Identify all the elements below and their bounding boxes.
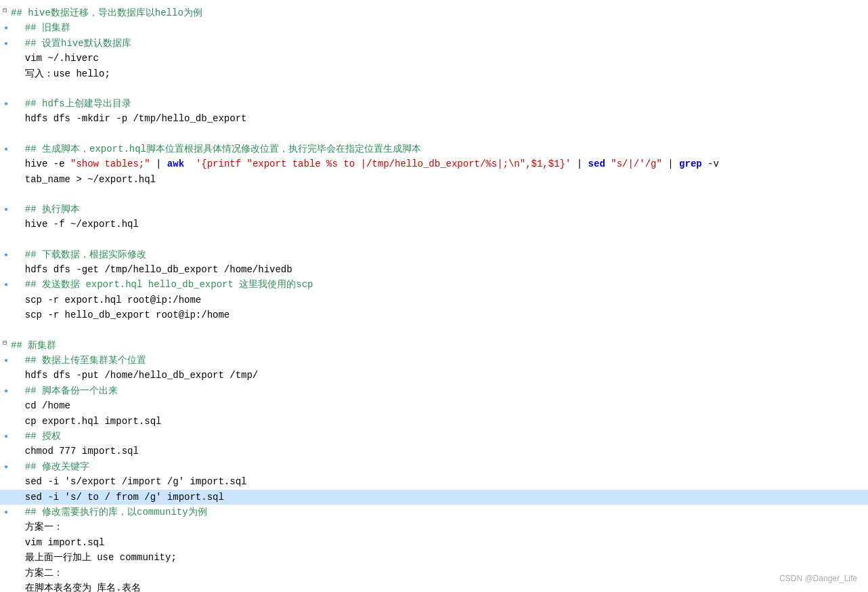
line-gutter <box>0 232 12 235</box>
line-gutter[interactable]: ⊟ <box>0 338 9 349</box>
line-18: hdfs dfs -get /tmp/hello_db_export /home… <box>0 262 868 277</box>
line-content: ## hdfs上创建导出目录 <box>12 96 863 111</box>
line-34: ● ## 修改需要执行的库，以community为例 <box>0 505 868 520</box>
line-content: hdfs dfs -get /tmp/hello_db_export /home… <box>12 262 863 277</box>
line-content: tab_name > ~/export.hql <box>12 172 863 187</box>
line-content: sed -i 's/export /import /g' import.sql <box>12 474 863 489</box>
line-content: 写入：use hello; <box>12 66 863 81</box>
line-16 <box>0 232 868 247</box>
line-gutter <box>0 81 12 84</box>
line-22 <box>0 323 868 338</box>
line-content: ## 新集群 <box>9 338 863 353</box>
line-26: ● ## 脚本备份一个出来 <box>0 383 868 398</box>
line-content: ## 设置hive默认数据库 <box>12 36 863 51</box>
line-gutter: ● <box>0 383 12 397</box>
line-content: hdfs dfs -put /home/hello_db_export /tmp… <box>12 368 863 383</box>
line-content: ## hive数据迁移，导出数据库以hello为例 <box>9 5 863 20</box>
line-content: ## 执行脚本 <box>12 202 863 217</box>
line-content: 在脚本表名变为 库名.表名 <box>12 580 863 592</box>
line-38: 方案二： <box>0 566 868 580</box>
line-32: sed -i 's/export /import /g' import.sql <box>0 474 868 489</box>
line-gutter: ● <box>0 505 12 518</box>
line-gutter <box>0 474 12 477</box>
line-24: ● ## 数据上传至集群某个位置 <box>0 353 868 368</box>
line-31: ● ## 修改关键字 <box>0 459 868 474</box>
line-5: 写入：use hello; <box>0 66 868 81</box>
line-15: hive -f ~/export.hql <box>0 217 868 232</box>
line-content: ## 修改关键字 <box>12 459 863 474</box>
line-content: cp export.hql import.sql <box>12 414 863 429</box>
line-gutter <box>0 398 12 401</box>
line-6 <box>0 81 868 96</box>
line-gutter <box>0 156 12 159</box>
line-39: 在脚本表名变为 库名.表名 <box>0 580 868 592</box>
line-gutter: ● <box>0 36 12 49</box>
line-gutter: ● <box>0 277 12 291</box>
line-content: ## 生成脚本，export.hql脚本位置根据具体情况修改位置，执行完毕会在指… <box>12 142 863 156</box>
line-gutter <box>0 566 12 568</box>
line-gutter: ● <box>0 247 12 261</box>
line-36: vim import.sql <box>0 535 868 550</box>
line-content: sed -i 's/ to / from /g' import.sql <box>12 490 863 505</box>
line-21: scp -r hello_db_export root@ip:/home <box>0 308 868 322</box>
line-10: ● ## 生成脚本，export.hql脚本位置根据具体情况修改位置，执行完毕会… <box>0 142 868 156</box>
line-gutter: ● <box>0 202 12 215</box>
line-gutter[interactable]: ⊟ <box>0 5 9 16</box>
line-gutter <box>0 111 12 114</box>
line-4: vim ~/.hiverc <box>0 51 868 66</box>
line-gutter: ● <box>0 96 12 110</box>
line-gutter <box>0 490 12 492</box>
line-content: ## 脚本备份一个出来 <box>12 383 863 398</box>
line-gutter <box>0 550 12 553</box>
line-33: sed -i 's/ to / from /g' import.sql <box>0 490 868 505</box>
line-14: ● ## 执行脚本 <box>0 202 868 217</box>
line-12: tab_name > ~/export.hql <box>0 172 868 187</box>
code-container: ⊟## hive数据迁移，导出数据库以hello为例● ## 旧集群● ## 设… <box>0 0 868 592</box>
line-content: chmod 777 import.sql <box>12 444 863 459</box>
line-content: hdfs dfs -mkdir -p /tmp/hello_db_export <box>12 111 863 126</box>
line-11: hive -e "show tables;" | awk '{printf "e… <box>0 156 868 171</box>
line-gutter <box>0 66 12 69</box>
line-gutter: ● <box>0 142 12 155</box>
line-3: ● ## 设置hive默认数据库 <box>0 36 868 51</box>
line-17: ● ## 下载数据，根据实际修改 <box>0 247 868 262</box>
watermark: CSDN @Danger_Life <box>779 572 857 585</box>
line-gutter: ● <box>0 353 12 366</box>
line-gutter <box>0 293 12 295</box>
line-content: ## 旧集群 <box>12 20 863 35</box>
line-content: vim ~/.hiverc <box>12 51 863 66</box>
line-content: ## 授权 <box>12 429 863 444</box>
line-gutter <box>0 323 12 326</box>
line-gutter: ● <box>0 459 12 473</box>
line-gutter <box>0 414 12 417</box>
line-29: ● ## 授权 <box>0 429 868 444</box>
line-gutter <box>0 172 12 175</box>
line-content: hive -f ~/export.hql <box>12 217 863 232</box>
line-27: cd /home <box>0 398 868 413</box>
line-content: vim import.sql <box>12 535 863 550</box>
line-30: chmod 777 import.sql <box>0 444 868 459</box>
line-28: cp export.hql import.sql <box>0 414 868 429</box>
line-gutter <box>0 51 12 54</box>
line-13 <box>0 187 868 202</box>
line-19: ● ## 发送数据 export.hql hello_db_export 这里我… <box>0 277 868 292</box>
line-9 <box>0 127 868 142</box>
line-gutter <box>0 520 12 522</box>
line-content: 方案一： <box>12 520 863 534</box>
line-gutter <box>0 187 12 190</box>
line-content: cd /home <box>12 398 863 413</box>
line-1: ⊟## hive数据迁移，导出数据库以hello为例 <box>0 5 868 20</box>
line-2: ● ## 旧集群 <box>0 20 868 35</box>
line-gutter <box>0 368 12 371</box>
line-25: hdfs dfs -put /home/hello_db_export /tmp… <box>0 368 868 383</box>
line-gutter <box>0 535 12 538</box>
line-content: ## 发送数据 export.hql hello_db_export 这里我使用… <box>12 277 863 292</box>
line-37: 最上面一行加上 use community; <box>0 550 868 565</box>
line-gutter <box>0 444 12 446</box>
line-gutter: ● <box>0 429 12 442</box>
line-20: scp -r export.hql root@ip:/home <box>0 293 868 308</box>
line-gutter <box>0 217 12 219</box>
line-23: ⊟## 新集群 <box>0 338 868 353</box>
line-35: 方案一： <box>0 520 868 534</box>
line-gutter <box>0 262 12 265</box>
